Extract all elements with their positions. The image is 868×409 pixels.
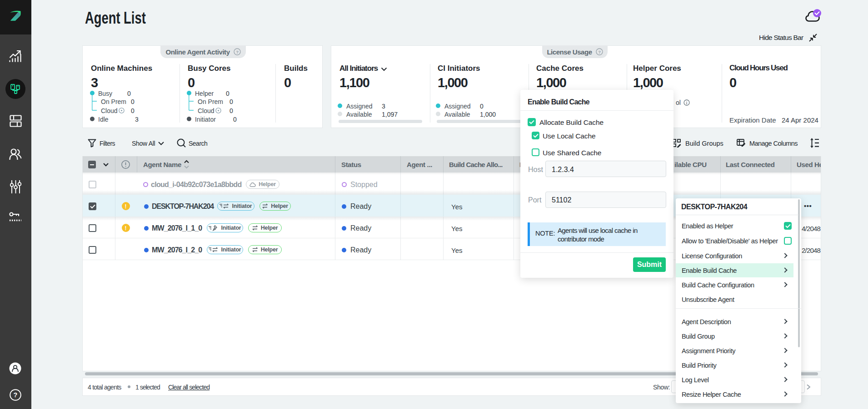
svg-text:?: ? [598,49,601,54]
svg-text:?: ? [236,49,239,54]
svg-text:?: ? [14,391,18,399]
svg-text:i: i [686,101,688,105]
